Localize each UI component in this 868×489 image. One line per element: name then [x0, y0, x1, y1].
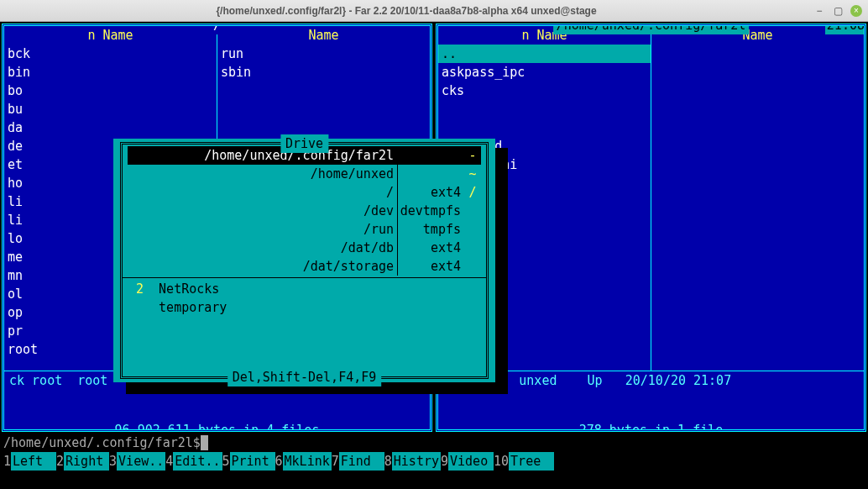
left-panel-path[interactable]: /: [210, 24, 224, 34]
fkey-1[interactable]: 1Left: [3, 452, 56, 471]
drive-fs: [397, 146, 464, 165]
list-item[interactable]: [438, 100, 651, 118]
list-item[interactable]: bu: [4, 100, 217, 118]
fkey-5[interactable]: 5Print: [222, 452, 275, 471]
command-line[interactable]: /home/unxed/.config/far2l$: [0, 434, 868, 452]
drive-row[interactable]: /ext4/: [128, 183, 481, 202]
fkey-label: Print: [230, 452, 275, 471]
drive-row[interactable]: /home/unxed~: [128, 165, 481, 183]
list-item[interactable]: ..: [438, 45, 651, 63]
drive-extra-row[interactable]: 2 NetRocks: [128, 280, 481, 298]
drive-shortcut: [464, 220, 481, 239]
dialog-footer: Del,Shift-Del,F4,F9: [227, 368, 382, 386]
list-item[interactable]: sbin: [217, 63, 430, 82]
fkey-label: MkLink: [283, 452, 332, 471]
fkey-label: Edit..: [173, 452, 222, 471]
fkey-number: 8: [384, 452, 392, 471]
fkey-4[interactable]: 4Edit..: [165, 452, 222, 471]
extra-label: temporary: [159, 300, 227, 315]
window-title: {/home/unxed/.config/far2l} - Far 2.2 20…: [5, 5, 808, 17]
drive-fs: devtmpfs: [397, 202, 464, 220]
dialog-title: Drive: [280, 134, 328, 153]
drive-path: /dat/storage: [128, 257, 397, 276]
drive-extra-row[interactable]: temporary: [128, 298, 481, 317]
fkey-6[interactable]: 6MkLink: [275, 452, 332, 471]
drive-fs: tmpfs: [397, 220, 464, 239]
drive-path: /: [128, 183, 397, 202]
fkey-number: 6: [275, 452, 283, 471]
fkey-label: Left: [11, 452, 56, 471]
drive-path: /dev: [128, 202, 397, 220]
fkey-10[interactable]: 10Tree: [494, 452, 554, 471]
fkey-number: 1: [3, 452, 11, 471]
fkey-label: Tree: [509, 452, 554, 471]
fkey-9[interactable]: 9Video: [441, 452, 494, 471]
list-item[interactable]: bin: [4, 63, 217, 82]
fkey-3[interactable]: 3View..: [109, 452, 165, 471]
fkey-number: 5: [222, 452, 230, 471]
drive-row[interactable]: /dat/dbext4: [128, 239, 481, 257]
drive-fs: ext4: [397, 257, 464, 276]
fkey-number: 2: [56, 452, 64, 471]
column-header: Name: [217, 26, 430, 45]
drive-path: /run: [128, 220, 397, 239]
left-panel-summary: 96 902 611 bytes in 4 files: [112, 421, 323, 432]
drive-shortcut: [464, 202, 481, 220]
function-key-bar: 1Left 2Right 3View..4Edit..5Print 6MkLin…: [0, 452, 868, 471]
drive-shortcut: ~: [464, 165, 481, 183]
drive-path: /home/unxed/.config/far2l: [128, 146, 397, 165]
fkey-number: 7: [332, 452, 339, 471]
clock: 21:08: [825, 24, 866, 34]
column-header: n Name: [4, 26, 217, 45]
drive-shortcut: [464, 239, 481, 257]
drive-row[interactable]: /devdevtmpfs: [128, 202, 481, 220]
list-item[interactable]: cks: [438, 82, 651, 100]
drive-fs: ext4: [397, 239, 464, 257]
list-item[interactable]: da: [4, 118, 217, 137]
fkey-2[interactable]: 2Right: [56, 452, 109, 471]
extra-number: [136, 300, 159, 315]
maximize-icon[interactable]: ▢: [831, 4, 844, 18]
extra-label: NetRocks: [159, 281, 219, 297]
fkey-label: Video: [448, 452, 494, 471]
drive-shortcut: -: [464, 146, 481, 165]
drive-dialog[interactable]: Drive /home/unxed/.config/far2l-/home/un…: [113, 139, 495, 382]
command-prompt: /home/unxed/.config/far2l$: [3, 435, 201, 450]
drive-row[interactable]: /runtmpfs: [128, 220, 481, 239]
fkey-label: Right: [64, 452, 109, 471]
drive-path: /dat/db: [128, 239, 397, 257]
right-panel-path[interactable]: /home/unxed/.config/far2l: [553, 24, 750, 34]
drive-shortcut: /: [464, 183, 481, 202]
list-item[interactable]: bck: [4, 45, 217, 63]
close-icon[interactable]: ×: [850, 4, 863, 18]
extra-number: 2: [136, 281, 159, 297]
drive-path: /home/unxed: [128, 165, 397, 183]
fkey-label: Find: [339, 452, 384, 471]
drive-shortcut: [464, 257, 481, 276]
list-item[interactable]: run: [217, 45, 430, 63]
fkey-label: View..: [117, 452, 165, 471]
fkey-number: 9: [441, 452, 448, 471]
minimize-icon[interactable]: −: [813, 4, 826, 18]
drive-fs: ext4: [397, 183, 464, 202]
fkey-number: 4: [165, 452, 173, 471]
fkey-8[interactable]: 8Histry: [384, 452, 441, 471]
fkey-7[interactable]: 7Find: [332, 452, 384, 471]
terminal: / n Name bckbinbobudadeetholililomemnolo…: [0, 22, 868, 489]
drive-fs: [397, 165, 464, 183]
fkey-number: 3: [109, 452, 117, 471]
list-item[interactable]: [438, 118, 651, 137]
drive-row[interactable]: /dat/storageext4: [128, 257, 481, 276]
window-titlebar: {/home/unxed/.config/far2l} - Far 2.2 20…: [0, 0, 868, 22]
right-panel-summary: 278 bytes in 1 file: [576, 421, 727, 432]
cursor-icon: [201, 435, 208, 450]
list-item[interactable]: bo: [4, 82, 217, 100]
list-item[interactable]: askpass_ipc: [438, 63, 651, 82]
fkey-number: 10: [494, 452, 509, 471]
fkey-label: Histry: [392, 452, 441, 471]
